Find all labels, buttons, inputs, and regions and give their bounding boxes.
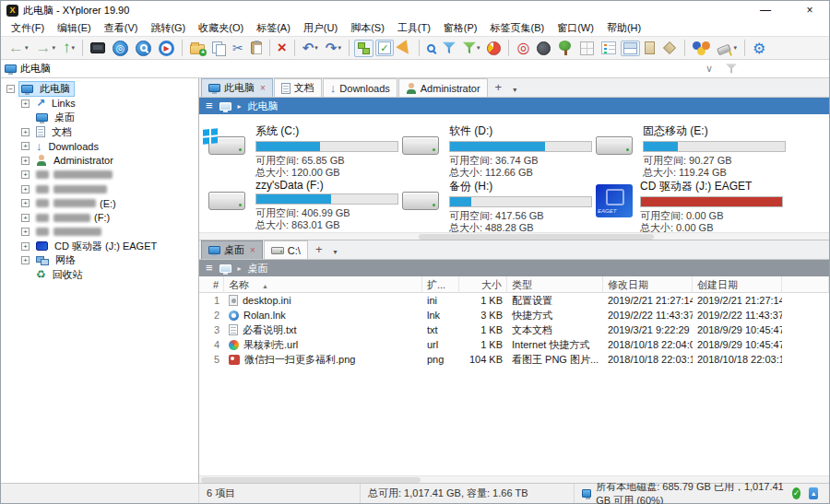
- hotspot-button[interactable]: ◎: [514, 39, 532, 57]
- goto-button[interactable]: ◎: [110, 39, 131, 58]
- address-dropdown-icon[interactable]: ∨: [706, 63, 713, 75]
- new-tab-button[interactable]: +: [489, 80, 509, 97]
- file-row-5[interactable]: 5微信扫一扫更多福利.pngpng104 KB看图王 PNG 图片...2018…: [199, 352, 829, 367]
- column-header-4[interactable]: 类型: [507, 276, 603, 293]
- tab-this-pc[interactable]: 此电脑×: [201, 78, 273, 97]
- settings-button[interactable]: ⚙: [750, 39, 768, 58]
- tab-downloads[interactable]: ↓Downloads: [323, 78, 397, 97]
- menu-item-view[interactable]: 查看(V): [98, 20, 145, 36]
- tree-item-network[interactable]: +网络: [1, 253, 198, 268]
- hamburger-icon[interactable]: ≡: [206, 100, 213, 111]
- tab-desktop[interactable]: 桌面×: [201, 240, 263, 259]
- pizza-button[interactable]: [396, 39, 414, 57]
- expand-toggle-icon[interactable]: +: [21, 199, 30, 207]
- expand-toggle-icon[interactable]: +: [21, 170, 30, 179]
- hamburger-icon[interactable]: ≡: [206, 263, 213, 274]
- go-circle-button[interactable]: ▶: [156, 39, 177, 58]
- column-header-5[interactable]: 修改日期: [603, 276, 693, 293]
- tag-button[interactable]: [659, 40, 680, 56]
- address-filter-icon[interactable]: [726, 64, 737, 75]
- split-horizontal-button[interactable]: [621, 41, 640, 56]
- tree-item-recycle-bin[interactable]: ♻回收站: [1, 268, 198, 283]
- menu-item-go[interactable]: 跳转(G): [144, 20, 192, 36]
- find-circle-button[interactable]: [133, 39, 154, 58]
- column-header-0[interactable]: #: [199, 276, 224, 293]
- top-horizontal-scrollbar[interactable]: [199, 232, 829, 240]
- drive-c[interactable]: 系统 (C:)可用空间: 65.85 GB总大小: 120.00 GB: [206, 122, 399, 177]
- new-tab-button[interactable]: +: [309, 242, 329, 259]
- file-row-2[interactable]: 2Rolan.lnklnk3 KB快捷方式2019/2/22 11:43:372…: [199, 308, 829, 322]
- paint-roller-button[interactable]: ▾: [715, 41, 740, 55]
- column-header-3[interactable]: 大小: [459, 276, 507, 293]
- ok-check-icon[interactable]: ✓: [792, 487, 801, 499]
- file-row-3[interactable]: 3必看说明.txttxt1 KB文本文档2019/3/21 9:22:29201…: [199, 322, 829, 337]
- drive-e[interactable]: 固态移动 (E:)可用空间: 90.27 GB总大小: 119.24 GB: [593, 122, 787, 177]
- delete-button[interactable]: ×: [275, 39, 290, 57]
- expand-toggle-icon[interactable]: +: [21, 128, 30, 136]
- column-header-1[interactable]: 名称▲: [224, 276, 422, 293]
- colors-button[interactable]: [690, 40, 713, 57]
- menu-item-tools[interactable]: 工具(T): [391, 20, 437, 36]
- dark-mode-button[interactable]: [534, 40, 553, 57]
- pie-stats-button[interactable]: [484, 40, 504, 57]
- tab-list-dropdown-icon[interactable]: ▾: [329, 248, 342, 259]
- tree-item-administrator[interactable]: +Administrator: [1, 154, 198, 169]
- scrollbar-thumb[interactable]: [419, 234, 654, 240]
- tree-path-button[interactable]: [354, 40, 374, 57]
- expand-toggle-icon[interactable]: +: [21, 142, 30, 150]
- tree-item-downloads[interactable]: +↓Downloads: [1, 139, 198, 154]
- menu-item-tabsets[interactable]: 标签页集(B): [484, 20, 551, 36]
- breadcrumb-path[interactable]: 桌面: [248, 262, 268, 275]
- tree-item-desktop[interactable]: 桌面: [1, 111, 198, 125]
- close-button[interactable]: ×: [803, 4, 816, 17]
- tree-item-cd-drive[interactable]: +CD 驱动器 (J:) EAGET: [1, 240, 198, 254]
- menu-item-edit[interactable]: 编辑(E): [51, 20, 98, 36]
- menu-item-panes[interactable]: 窗格(P): [437, 20, 484, 36]
- paste-button[interactable]: [248, 40, 265, 56]
- forward-button[interactable]: →▾: [33, 39, 59, 57]
- tiles-view-button[interactable]: [577, 40, 597, 57]
- up-arrow-icon[interactable]: ▲: [809, 487, 818, 499]
- tab-list-dropdown-icon[interactable]: ▾: [508, 86, 521, 97]
- filter-blue-button[interactable]: [440, 40, 458, 56]
- menu-item-window[interactable]: 窗口(W): [551, 20, 600, 36]
- expand-toggle-icon[interactable]: +: [21, 214, 30, 222]
- column-header-6[interactable]: 创建日期: [693, 276, 782, 293]
- menu-item-scripts[interactable]: 脚本(S): [344, 20, 391, 36]
- tab-close-icon[interactable]: ×: [260, 84, 266, 93]
- show-nav-panel-button[interactable]: [88, 41, 108, 55]
- search-button[interactable]: [424, 42, 438, 54]
- menu-item-tags[interactable]: 标签(A): [250, 20, 297, 36]
- bottom-horizontal-scrollbar[interactable]: [199, 475, 829, 483]
- column-header-2[interactable]: 扩...: [422, 276, 459, 293]
- tab-close-icon[interactable]: ×: [250, 246, 255, 255]
- minimize-button[interactable]: —: [759, 4, 772, 17]
- expand-toggle-icon[interactable]: +: [21, 157, 30, 165]
- tree-item-drive-hidden-f[interactable]: +(F:): [1, 211, 198, 226]
- redo-button[interactable]: ↷▾: [323, 39, 344, 57]
- copy-button[interactable]: [209, 40, 228, 56]
- tree-item-drive-hidden-2[interactable]: +: [1, 182, 198, 197]
- checkbox-select-button[interactable]: ✓: [375, 40, 394, 56]
- expand-toggle-icon[interactable]: +: [21, 256, 30, 264]
- tab-administrator[interactable]: Administrator: [398, 78, 488, 97]
- expand-toggle-icon[interactable]: −: [6, 85, 15, 93]
- single-pane-button[interactable]: [642, 40, 658, 56]
- drive-j[interactable]: CD 驱动器 (J:) EAGET可用空间: 0.00 GB总大小: 0.00 …: [593, 177, 787, 232]
- tab-documents[interactable]: 文档: [274, 78, 322, 97]
- scrollbar-thumb[interactable]: [201, 477, 421, 483]
- menu-item-user[interactable]: 用户(U): [297, 20, 344, 36]
- back-button[interactable]: ←▾: [6, 39, 31, 57]
- folder-tree-button[interactable]: [555, 39, 575, 57]
- undo-button[interactable]: ↶▾: [300, 39, 321, 57]
- tree-item-drive-hidden-1[interactable]: +: [1, 168, 198, 182]
- expand-toggle-icon[interactable]: +: [21, 185, 30, 193]
- tree-item-drive-hidden-3[interactable]: +: [1, 225, 198, 240]
- expand-toggle-icon[interactable]: +: [21, 228, 30, 236]
- filter-green-button[interactable]: ▾: [460, 40, 483, 56]
- drive-h[interactable]: 备份 (H:)可用空间: 417.56 GB总大小: 488.28 GB: [399, 177, 593, 232]
- bottom-breadcrumb[interactable]: ≡ ▸ 桌面: [199, 260, 829, 276]
- menu-item-help[interactable]: 帮助(H): [600, 20, 647, 36]
- details-view-button[interactable]: [599, 40, 619, 56]
- cut-button[interactable]: ✂: [230, 39, 246, 57]
